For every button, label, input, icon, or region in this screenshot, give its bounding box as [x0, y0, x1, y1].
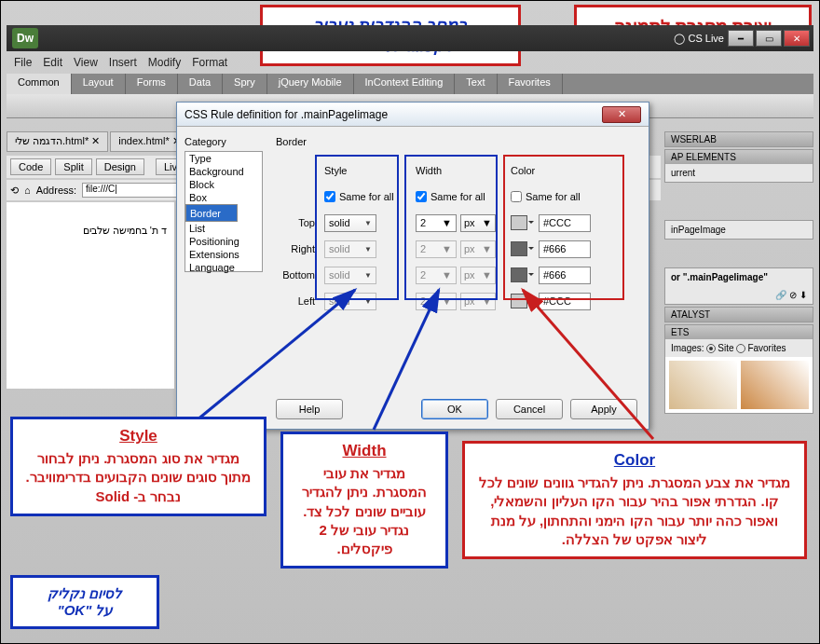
col-width: Width	[416, 165, 505, 176]
window-buttons: ━ ▭ ✕	[728, 30, 810, 47]
width-left-input: 2▼	[416, 293, 457, 310]
callout-color: Color מגדיר את צבע המסגרת. ניתן להגדיר ג…	[462, 441, 807, 559]
tab-data[interactable]: Data	[178, 74, 223, 94]
dreamweaver-logo: Dw	[12, 28, 38, 48]
style-top-select[interactable]: solid▼	[324, 214, 376, 232]
tab-jquery[interactable]: jQuery Mobile	[267, 74, 354, 94]
color-right-input[interactable]: #666	[539, 240, 591, 258]
cat-positioning[interactable]: Positioning	[185, 235, 262, 248]
panel-ets[interactable]: ETS	[665, 325, 813, 339]
radio-favorites[interactable]	[736, 344, 745, 353]
split-view-button[interactable]: Split	[55, 158, 91, 175]
cat-border[interactable]: Border	[185, 204, 238, 222]
dialog-buttons: Help OK Cancel Apply	[270, 399, 637, 419]
color-bottom-swatch[interactable]	[511, 267, 527, 282]
menu-view[interactable]: View	[74, 56, 98, 69]
thumb-2[interactable]	[741, 361, 809, 409]
dialog-main: Border Style Width Color Same for all Sa…	[270, 127, 649, 429]
panel-images-row: Images: Site Favorites	[665, 339, 813, 357]
callout-style: Style מגדיר את סוג המסגרת. ניתן לבחור מת…	[10, 417, 266, 516]
cat-extensions[interactable]: Extensions	[185, 248, 262, 261]
right-panels: WSERLAB AP ELEMENTS urrent inPageImage o…	[664, 131, 813, 637]
width-left-unit: px▼	[460, 293, 496, 310]
apply-button[interactable]: Apply	[570, 399, 637, 419]
width-bottom-unit: px▼	[460, 267, 496, 284]
tab-layout[interactable]: Layout	[72, 74, 126, 94]
style-left-select: solid▼	[324, 293, 376, 310]
style-same-check[interactable]: Same for all	[324, 191, 410, 202]
width-top-unit[interactable]: px▼	[460, 214, 496, 232]
maximize-button[interactable]: ▭	[756, 30, 782, 47]
callout-width: Width מגדיר את עובי המסגרת. ניתן להגדיר …	[280, 432, 448, 569]
color-right-swatch[interactable]	[511, 241, 527, 256]
color-bottom-input[interactable]: #666	[539, 267, 591, 284]
tab-forms[interactable]: Forms	[126, 74, 178, 94]
tab-incontext[interactable]: InContext Editing	[354, 74, 456, 94]
file-tab-1[interactable]: הדגמה שלי.html* ✕	[7, 131, 108, 152]
callout-ok-l1: לסיום נקליק	[24, 585, 145, 602]
color-top-input[interactable]: #CCC	[539, 214, 591, 232]
cat-box[interactable]: Box	[185, 191, 262, 204]
radio-site-label: Site	[718, 343, 733, 353]
panel-rulefor: or ".mainPageIimage"	[665, 268, 813, 286]
tab-text[interactable]: Text	[455, 74, 497, 94]
menu-modify[interactable]: Modify	[148, 56, 181, 69]
panel-atalyst[interactable]: ATALYST	[665, 308, 813, 322]
category-list[interactable]: Type Background Block Box Border List Po…	[184, 151, 263, 272]
minimize-button[interactable]: ━	[728, 30, 754, 47]
style-bottom-select: solid▼	[324, 267, 376, 284]
panel-ap-elements[interactable]: AP ELEMENTS	[665, 150, 813, 164]
panel-rule-icons[interactable]: 🔗 ⊘ ⬇	[665, 286, 813, 304]
design-view-button[interactable]: Design	[96, 158, 144, 175]
document-text: ד ת' בחמישה שלבים	[83, 225, 167, 236]
color-same-check[interactable]: Same for all	[511, 191, 611, 202]
close-button[interactable]: ✕	[784, 30, 810, 47]
panel-wserlab[interactable]: WSERLAB	[665, 132, 813, 146]
menu-file[interactable]: File	[14, 56, 32, 69]
ok-button[interactable]: OK	[421, 399, 488, 419]
help-button[interactable]: Help	[276, 399, 343, 419]
radio-site[interactable]	[706, 344, 716, 353]
category-label: Category	[184, 136, 263, 147]
nav-back-icon[interactable]: ⟲	[10, 185, 19, 197]
panel-current-row[interactable]: urrent	[665, 164, 813, 182]
col-color: Color	[511, 165, 611, 176]
panel-inpageimage[interactable]: inPageImage	[665, 221, 813, 239]
color-left-swatch[interactable]	[511, 294, 527, 308]
cancel-button[interactable]: Cancel	[496, 399, 563, 419]
assets-thumbs	[665, 357, 813, 413]
cat-language[interactable]: Language	[185, 261, 262, 274]
cs-live-label[interactable]: ◯ CS Live	[674, 33, 724, 45]
menu-format[interactable]: Format	[192, 56, 227, 69]
tab-favorites[interactable]: Favorites	[498, 74, 563, 94]
width-same-check[interactable]: Same for all	[416, 191, 505, 202]
callout-style-body: מגדיר את סוג המסגרת. ניתן לבחור מתוך סוג…	[24, 449, 253, 506]
dialog-close-button[interactable]: ✕	[602, 106, 641, 123]
radio-fav-label: Favorites	[747, 343, 786, 353]
menu-insert[interactable]: Insert	[109, 56, 137, 69]
callout-width-title: Width	[294, 442, 434, 460]
nav-home-icon[interactable]: ⌂	[24, 185, 31, 196]
callout-ok: לסיום נקליק על "OK"	[10, 575, 159, 629]
color-left-input[interactable]: #CCC	[539, 293, 591, 310]
color-top-swatch[interactable]	[511, 215, 527, 230]
dialog-title-text: CSS Rule definition for .mainPageIimage	[184, 108, 388, 121]
cat-background[interactable]: Background	[185, 165, 262, 178]
cat-list[interactable]: List	[185, 222, 262, 235]
title-bar: Dw ◯ CS Live ━ ▭ ✕	[7, 25, 813, 51]
code-view-button[interactable]: Code	[10, 158, 51, 175]
callout-color-body: מגדיר את צבע המסגרת. ניתן להגדיר גוונים …	[476, 473, 793, 549]
cat-block[interactable]: Block	[185, 178, 262, 191]
row-right-label: Right	[276, 243, 319, 254]
width-bottom-input: 2▼	[416, 267, 457, 284]
thumb-1[interactable]	[669, 361, 737, 409]
callout-style-title: Style	[24, 427, 253, 445]
tab-common[interactable]: Common	[7, 74, 72, 94]
menu-bar: File Edit View Insert Modify Format	[7, 53, 227, 72]
dialog-title-bar: CSS Rule definition for .mainPageIimage …	[177, 103, 649, 127]
tab-spry[interactable]: Spry	[223, 74, 267, 94]
width-top-input[interactable]: 2▼	[416, 214, 457, 232]
cat-type[interactable]: Type	[185, 152, 262, 165]
width-right-unit: px▼	[460, 240, 496, 258]
menu-edit[interactable]: Edit	[43, 56, 62, 69]
